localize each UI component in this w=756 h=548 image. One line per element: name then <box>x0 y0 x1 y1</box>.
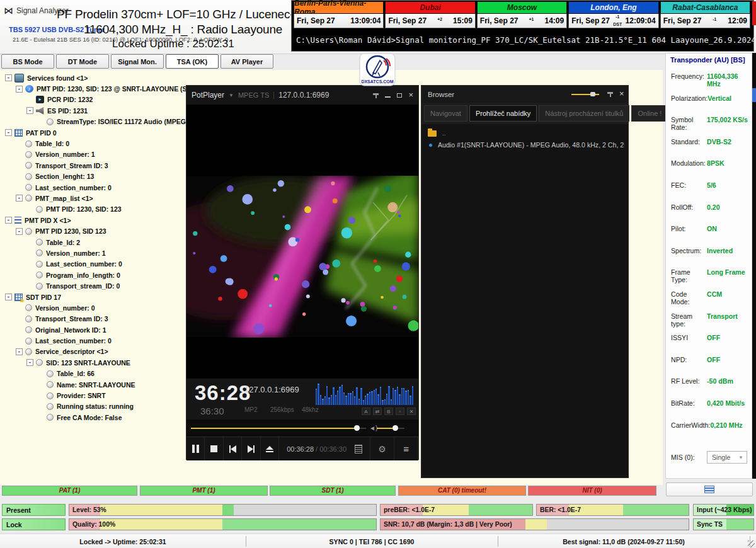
tree-item[interactable]: Provider: SNRT <box>1 390 203 401</box>
tree-item[interactable]: Table_Id: 0 <box>1 138 203 149</box>
tree-item[interactable]: Table_Id: 66 <box>1 368 203 379</box>
next-button[interactable] <box>242 437 260 460</box>
tab-av-player[interactable]: AV Player <box>220 54 273 69</box>
playlist-button[interactable] <box>346 437 370 460</box>
ab-button-[interactable]: ⇄ <box>373 408 382 415</box>
mis-dropdown[interactable]: Single ▼ <box>707 451 747 464</box>
audio-track-item[interactable]: Audio #1(SNRT-LAAYOUNE) - MPEG Audio, 48… <box>429 141 624 149</box>
tree-item[interactable]: StreamType: ISO/IEC 11172 Audio (MPEG-1)… <box>1 117 203 127</box>
psi-bar-nit-0: NIT (0) <box>528 486 656 496</box>
minimize-icon[interactable] <box>385 96 391 98</box>
tree-item[interactable]: Name: SNRT-LAAYOUNE <box>1 379 203 390</box>
tree-expander-icon[interactable]: - <box>5 129 12 136</box>
settings-button[interactable]: ⚙ <box>370 437 394 460</box>
tree-item[interactable]: -ES PID: 1231 <box>1 105 203 116</box>
tree-expander-icon[interactable]: - <box>16 228 23 235</box>
tree-item[interactable]: Version_number: 1 <box>1 248 203 258</box>
tree-item[interactable]: -PAT PID 0 <box>1 127 203 138</box>
tree-item[interactable]: Running status: running <box>1 401 203 412</box>
stop-button[interactable] <box>205 437 223 460</box>
tree-item[interactable]: Version_number: 0 <box>1 302 203 313</box>
mode-tabs: BS ModeDT ModeSignal Mon.TSA (OK)AV Play… <box>1 54 273 69</box>
previous-button[interactable] <box>224 437 242 460</box>
transponder-field-label: Standard: <box>671 138 707 146</box>
resize-grip[interactable] <box>748 540 755 547</box>
parent-folder-item[interactable]: .. <box>428 130 446 137</box>
pause-button[interactable] <box>186 437 205 460</box>
tree-item-label: Running status: running <box>57 402 134 410</box>
transponder-field-value: 0,210 MHz <box>710 421 742 429</box>
tree-expander-icon[interactable]: - <box>26 359 33 366</box>
tree-expander-icon[interactable]: - <box>16 348 23 355</box>
tree-item[interactable]: -Service_descriptor <1> <box>1 346 203 357</box>
video-area[interactable] <box>186 105 418 379</box>
tree-expander-icon[interactable]: - <box>16 195 23 202</box>
panel-scrollbar[interactable] <box>752 53 756 479</box>
tree-expander-icon[interactable]: - <box>5 217 12 224</box>
clock-date: Fri, Sep 27 <box>571 16 610 25</box>
tab-dt-mode[interactable]: DT Mode <box>56 54 109 69</box>
scrollbar-thumb[interactable] <box>752 88 756 102</box>
tree-item[interactable]: Section_lenght: 13 <box>1 171 203 182</box>
volume-handle[interactable] <box>392 425 398 431</box>
tree-item[interactable]: Transport_Stream ID: 3 <box>1 314 203 324</box>
browser-tab-online[interactable]: Online ! <box>631 105 668 122</box>
tree-item[interactable]: Program_info_length: 0 <box>1 270 203 280</box>
tree-item[interactable]: ▸PCR PID: 1232 <box>1 94 203 105</box>
tree-expander-icon[interactable]: - <box>16 86 23 93</box>
tree-item[interactable]: -PMT PID X <1> <box>1 215 203 225</box>
tree-item[interactable]: -SDT PID 17 <box>1 292 203 302</box>
volume-slider[interactable] <box>377 428 404 429</box>
tree-item[interactable]: -SID: 123 SNRT-LAAYOUNE <box>1 357 203 368</box>
ab-button-a[interactable]: A <box>362 408 370 415</box>
tree-expander-icon[interactable]: - <box>5 74 12 81</box>
tree-item[interactable]: -PMT_map_list <1> <box>1 193 203 203</box>
tab-tsa-ok[interactable]: TSA (OK) <box>166 54 219 69</box>
tree-item[interactable]: Last_section_number: 0 <box>1 182 203 193</box>
browser-opacity-slider[interactable] <box>571 94 599 95</box>
tree-item[interactable]: Free CA Mode: False <box>1 412 203 423</box>
transponder-row-carrierwidth: CarrierWidth:0,210 MHz <box>671 421 748 429</box>
clock-date: Fri, Sep 27 <box>297 16 335 25</box>
seek-bar[interactable] <box>191 428 366 429</box>
potplayer-titlebar[interactable]: PotPlayer ▼ MPEG TS 127.0.0.1:6969 × <box>186 86 418 105</box>
tree-item-label: Free CA Mode: False <box>57 414 122 421</box>
monitor-bar-label: preBER: <1.0E-7 <box>384 505 435 516</box>
transponder-field-label: Modulation: <box>671 159 707 167</box>
tree-expander-icon[interactable]: - <box>5 294 12 300</box>
tree-item[interactable]: -Services found <1> <box>1 72 203 83</box>
transponder-row-frequency: Frequency:11604,336 MHz <box>671 72 748 88</box>
tree-item[interactable]: Last_section_number: 0 <box>1 335 203 346</box>
browser-titlebar[interactable]: Browser × <box>421 86 628 103</box>
browser-tab-n-stroj-proch-zen-titulk[interactable]: Nástroj procházení titulků <box>539 105 629 122</box>
browser-tab-prohl-e-nab-dky[interactable]: Prohlížeč nabídky <box>469 105 537 122</box>
tree-item[interactable]: PMT PID: 1230, SID: 123 <box>1 204 203 215</box>
tree-item[interactable]: Table_Id: 2 <box>1 237 203 248</box>
chevron-down-icon[interactable]: ▼ <box>229 93 234 98</box>
tree-item[interactable]: Transport_Stream ID: 3 <box>1 160 203 171</box>
tree-item-label: Transport_Stream ID: 3 <box>35 315 108 323</box>
ab-button-[interactable]: ✕ <box>407 408 416 415</box>
close-icon[interactable]: × <box>619 90 624 98</box>
seek-handle[interactable] <box>354 425 360 431</box>
tree-item[interactable]: Original_Network ID: 1 <box>1 324 203 335</box>
tab-bs-mode[interactable]: BS Mode <box>1 54 54 69</box>
pin-icon[interactable] <box>607 91 613 97</box>
tree-item[interactable]: Version_number: 1 <box>1 149 203 160</box>
browser-tab-navigovat[interactable]: Navigovat <box>424 105 467 122</box>
transponder-field-value: CCM <box>707 290 722 305</box>
ab-button-b[interactable]: B <box>384 408 393 415</box>
eject-button[interactable] <box>261 437 279 460</box>
tree-item[interactable]: Last_section_number: 0 <box>1 259 203 270</box>
tab-signal-mon[interactable]: Signal Mon. <box>111 54 164 69</box>
close-icon[interactable]: × <box>408 91 413 99</box>
maximize-icon[interactable] <box>397 93 402 98</box>
tree-item[interactable]: Transport_stream_ID: 0 <box>1 280 203 291</box>
menu-button[interactable]: ≡ <box>394 437 418 460</box>
pin-icon[interactable] <box>373 93 379 98</box>
tree-item[interactable]: -♪PMT PID: 1230, SID: 123 @ SNRT-LAAYOUN… <box>1 83 203 94</box>
tree-item[interactable]: -PMT PID 1230, SID 123 <box>1 225 203 236</box>
tree-expander-icon[interactable]: - <box>26 107 33 114</box>
ab-button-[interactable]: ▫ <box>396 408 404 415</box>
transponder-list-button[interactable] <box>666 482 753 496</box>
